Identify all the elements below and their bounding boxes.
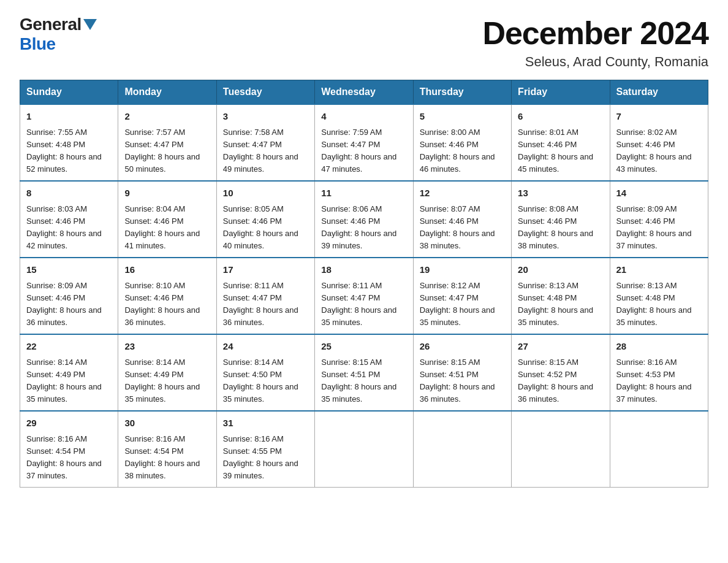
day-info: Sunrise: 8:12 AMSunset: 4:47 PMDaylight:…: [420, 281, 495, 327]
calendar-week-3: 15 Sunrise: 8:09 AMSunset: 4:46 PMDaylig…: [20, 258, 708, 334]
page-subtitle: Seleus, Arad County, Romania: [482, 54, 708, 70]
page-header: General Blue December 2024 Seleus, Arad …: [20, 15, 708, 70]
calendar-week-1: 1 Sunrise: 7:55 AMSunset: 4:48 PMDayligh…: [20, 104, 708, 181]
day-number: 25: [321, 340, 406, 354]
day-number: 7: [616, 110, 702, 124]
calendar-header-row: SundayMondayTuesdayWednesdayThursdayFrid…: [20, 80, 708, 105]
day-info: Sunrise: 8:11 AMSunset: 4:47 PMDaylight:…: [223, 281, 298, 327]
day-info: Sunrise: 8:15 AMSunset: 4:51 PMDaylight:…: [420, 358, 495, 404]
day-number: 6: [518, 110, 603, 124]
day-info: Sunrise: 8:15 AMSunset: 4:51 PMDaylight:…: [321, 358, 396, 404]
day-info: Sunrise: 7:55 AMSunset: 4:48 PMDaylight:…: [26, 128, 102, 174]
day-number: 14: [616, 186, 702, 201]
calendar-cell: 25 Sunrise: 8:15 AMSunset: 4:51 PMDaylig…: [315, 334, 413, 411]
title-area: December 2024 Seleus, Arad County, Roman…: [482, 15, 708, 70]
header-thursday: Thursday: [413, 80, 511, 105]
header-sunday: Sunday: [20, 80, 118, 105]
calendar-cell: 29 Sunrise: 8:16 AMSunset: 4:54 PMDaylig…: [20, 411, 118, 488]
calendar-cell: 22 Sunrise: 8:14 AMSunset: 4:49 PMDaylig…: [20, 334, 118, 411]
day-info: Sunrise: 8:14 AMSunset: 4:49 PMDaylight:…: [124, 358, 200, 404]
day-info: Sunrise: 8:07 AMSunset: 4:46 PMDaylight:…: [420, 204, 495, 250]
calendar-cell: 26 Sunrise: 8:15 AMSunset: 4:51 PMDaylig…: [413, 334, 511, 411]
calendar-table: SundayMondayTuesdayWednesdayThursdayFrid…: [20, 80, 708, 488]
header-friday: Friday: [512, 80, 610, 105]
calendar-cell: 5 Sunrise: 8:00 AMSunset: 4:46 PMDayligh…: [413, 104, 511, 181]
day-info: Sunrise: 8:09 AMSunset: 4:46 PMDaylight:…: [26, 281, 102, 327]
day-number: 22: [26, 340, 112, 354]
calendar-cell: [413, 411, 511, 488]
calendar-cell: 11 Sunrise: 8:06 AMSunset: 4:46 PMDaylig…: [315, 181, 413, 258]
day-number: 8: [26, 186, 112, 201]
day-info: Sunrise: 8:16 AMSunset: 4:54 PMDaylight:…: [124, 434, 200, 480]
day-number: 10: [223, 186, 308, 201]
calendar-cell: 19 Sunrise: 8:12 AMSunset: 4:47 PMDaylig…: [413, 258, 511, 334]
day-number: 17: [223, 263, 308, 277]
day-number: 20: [518, 263, 603, 277]
day-info: Sunrise: 8:16 AMSunset: 4:55 PMDaylight:…: [223, 434, 298, 480]
calendar-cell: 12 Sunrise: 8:07 AMSunset: 4:46 PMDaylig…: [413, 181, 511, 258]
calendar-cell: 1 Sunrise: 7:55 AMSunset: 4:48 PMDayligh…: [20, 104, 118, 181]
header-wednesday: Wednesday: [315, 80, 413, 105]
calendar-cell: 15 Sunrise: 8:09 AMSunset: 4:46 PMDaylig…: [20, 258, 118, 334]
day-number: 2: [124, 110, 210, 124]
header-monday: Monday: [118, 80, 216, 105]
day-info: Sunrise: 8:06 AMSunset: 4:46 PMDaylight:…: [321, 204, 396, 250]
calendar-cell: 27 Sunrise: 8:15 AMSunset: 4:52 PMDaylig…: [512, 334, 610, 411]
day-number: 23: [124, 340, 210, 354]
day-info: Sunrise: 8:10 AMSunset: 4:46 PMDaylight:…: [124, 281, 200, 327]
calendar-cell: 28 Sunrise: 8:16 AMSunset: 4:53 PMDaylig…: [610, 334, 708, 411]
day-number: 12: [420, 186, 505, 201]
day-info: Sunrise: 8:11 AMSunset: 4:47 PMDaylight:…: [321, 281, 396, 327]
svg-marker-0: [83, 19, 97, 30]
day-number: 26: [420, 340, 505, 354]
calendar-cell: [315, 411, 413, 488]
day-info: Sunrise: 8:09 AMSunset: 4:46 PMDaylight:…: [616, 204, 692, 250]
calendar-cell: 7 Sunrise: 8:02 AMSunset: 4:46 PMDayligh…: [610, 104, 708, 181]
calendar-week-2: 8 Sunrise: 8:03 AMSunset: 4:46 PMDayligh…: [20, 181, 708, 258]
day-info: Sunrise: 8:05 AMSunset: 4:46 PMDaylight:…: [223, 204, 298, 250]
day-info: Sunrise: 7:59 AMSunset: 4:47 PMDaylight:…: [321, 128, 396, 174]
calendar-cell: 8 Sunrise: 8:03 AMSunset: 4:46 PMDayligh…: [20, 181, 118, 258]
calendar-cell: [610, 411, 708, 488]
calendar-cell: 31 Sunrise: 8:16 AMSunset: 4:55 PMDaylig…: [216, 411, 314, 488]
day-number: 29: [26, 416, 112, 431]
calendar-cell: 18 Sunrise: 8:11 AMSunset: 4:47 PMDaylig…: [315, 258, 413, 334]
day-info: Sunrise: 8:15 AMSunset: 4:52 PMDaylight:…: [518, 358, 593, 404]
calendar-cell: [512, 411, 610, 488]
day-number: 24: [223, 340, 308, 354]
calendar-cell: 14 Sunrise: 8:09 AMSunset: 4:46 PMDaylig…: [610, 181, 708, 258]
page-title: December 2024: [482, 15, 708, 52]
calendar-cell: 9 Sunrise: 8:04 AMSunset: 4:46 PMDayligh…: [118, 181, 216, 258]
day-number: 16: [124, 263, 210, 277]
day-info: Sunrise: 7:58 AMSunset: 4:47 PMDaylight:…: [223, 128, 298, 174]
day-number: 30: [124, 416, 210, 431]
day-info: Sunrise: 8:16 AMSunset: 4:53 PMDaylight:…: [616, 358, 692, 404]
calendar-cell: 30 Sunrise: 8:16 AMSunset: 4:54 PMDaylig…: [118, 411, 216, 488]
calendar-cell: 2 Sunrise: 7:57 AMSunset: 4:47 PMDayligh…: [118, 104, 216, 181]
calendar-cell: 23 Sunrise: 8:14 AMSunset: 4:49 PMDaylig…: [118, 334, 216, 411]
day-number: 11: [321, 186, 406, 201]
calendar-cell: 24 Sunrise: 8:14 AMSunset: 4:50 PMDaylig…: [216, 334, 314, 411]
logo-blue-text: Blue: [20, 34, 56, 54]
day-number: 5: [420, 110, 505, 124]
header-saturday: Saturday: [610, 80, 708, 105]
day-info: Sunrise: 8:01 AMSunset: 4:46 PMDaylight:…: [518, 128, 593, 174]
logo-arrow-icon: [83, 19, 97, 33]
day-number: 28: [616, 340, 702, 354]
day-number: 19: [420, 263, 505, 277]
day-info: Sunrise: 7:57 AMSunset: 4:47 PMDaylight:…: [124, 128, 200, 174]
calendar-cell: 16 Sunrise: 8:10 AMSunset: 4:46 PMDaylig…: [118, 258, 216, 334]
day-number: 9: [124, 186, 210, 201]
day-number: 4: [321, 110, 406, 124]
day-info: Sunrise: 8:00 AMSunset: 4:46 PMDaylight:…: [420, 128, 495, 174]
calendar-cell: 17 Sunrise: 8:11 AMSunset: 4:47 PMDaylig…: [216, 258, 314, 334]
day-info: Sunrise: 8:13 AMSunset: 4:48 PMDaylight:…: [616, 281, 692, 327]
calendar-cell: 10 Sunrise: 8:05 AMSunset: 4:46 PMDaylig…: [216, 181, 314, 258]
day-number: 21: [616, 263, 702, 277]
calendar-cell: 3 Sunrise: 7:58 AMSunset: 4:47 PMDayligh…: [216, 104, 314, 181]
logo: General Blue: [20, 15, 97, 54]
day-info: Sunrise: 8:04 AMSunset: 4:46 PMDaylight:…: [124, 204, 200, 250]
calendar-cell: 4 Sunrise: 7:59 AMSunset: 4:47 PMDayligh…: [315, 104, 413, 181]
calendar-cell: 20 Sunrise: 8:13 AMSunset: 4:48 PMDaylig…: [512, 258, 610, 334]
day-info: Sunrise: 8:08 AMSunset: 4:46 PMDaylight:…: [518, 204, 593, 250]
